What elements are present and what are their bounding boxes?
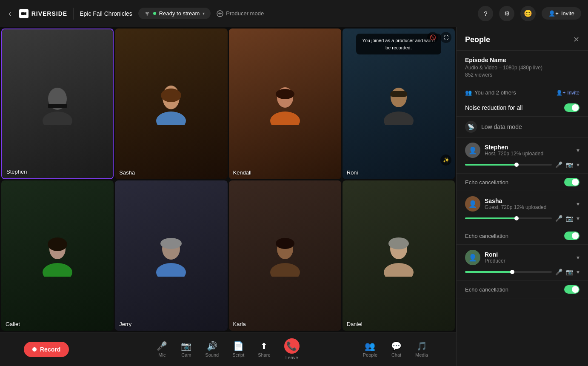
echo-row-sasha: Echo cancellation xyxy=(457,227,588,245)
panel-header: People ✕ xyxy=(457,27,588,51)
sound-button[interactable]: 🔊 Sound xyxy=(198,341,225,357)
stephen-panel-avatar: 👤 xyxy=(465,143,480,158)
invite-button[interactable]: 👤+ Invite xyxy=(542,7,581,20)
jerry-avatar xyxy=(154,234,188,277)
mic-label: Mic xyxy=(158,352,166,357)
mic-icon: 🎤 xyxy=(157,341,167,351)
media-label: Media xyxy=(415,352,428,357)
producer-mode-btn[interactable]: Producer mode xyxy=(217,10,264,17)
svg-point-22 xyxy=(160,238,182,249)
roni-mic-ctrl-icon[interactable]: 🎤 xyxy=(555,269,562,275)
video-grid: Stephen Sasha xyxy=(0,27,456,332)
back-button[interactable]: ‹ xyxy=(7,7,13,20)
logo: RIVERSIDE xyxy=(19,9,67,18)
stephen-cam-ctrl-icon[interactable]: 📷 xyxy=(566,161,573,168)
share-button[interactable]: ⬆ Share xyxy=(251,341,277,357)
roni-fx-icon[interactable]: ✨ xyxy=(440,154,451,166)
episode-name-label: Episode Name xyxy=(465,57,579,63)
logo-icon xyxy=(19,9,29,18)
sasha-cam-ctrl-icon[interactable]: 📷 xyxy=(566,215,573,222)
script-icon: 📄 xyxy=(233,341,244,351)
chat-button[interactable]: 💬 Chat xyxy=(384,341,408,357)
low-data-icon: 📡 xyxy=(465,121,477,133)
chat-label: Chat xyxy=(391,352,401,357)
svg-point-2 xyxy=(146,14,148,15)
svg-marker-1 xyxy=(25,12,26,15)
record-button[interactable]: Record xyxy=(24,342,69,357)
cam-button[interactable]: 📷 Cam xyxy=(174,341,198,357)
episode-name: Epic Fail Chronicles xyxy=(80,10,132,17)
leave-button[interactable]: 📞 Leave xyxy=(277,338,306,360)
noise-reduction-label: Noise reduction for all xyxy=(465,104,522,111)
echo-label-roni: Echo cancellation xyxy=(465,286,508,293)
sasha-expand-button[interactable]: ▾ xyxy=(577,200,579,207)
settings-button[interactable]: ⚙ xyxy=(499,6,514,21)
header-divider xyxy=(73,8,74,20)
people-tab-button[interactable]: 👥 People xyxy=(356,341,384,357)
kendall-avatar xyxy=(268,83,302,125)
roni-cam-ctrl-icon[interactable]: 📷 xyxy=(566,269,573,275)
video-area: Stephen Sasha xyxy=(0,27,456,366)
script-button[interactable]: 📄 Script xyxy=(225,341,251,357)
karla-avatar xyxy=(268,234,302,277)
svg-point-13 xyxy=(276,89,294,99)
sasha-progress-thumb xyxy=(514,216,519,220)
sound-label: Sound xyxy=(205,352,219,357)
low-data-row: 📡 Low data mode xyxy=(457,117,588,137)
emoji-button[interactable]: 😊 xyxy=(520,6,536,21)
stephen-expand-button[interactable]: ▾ xyxy=(577,147,579,154)
stream-status-pill[interactable]: Ready to stream ▾ xyxy=(138,8,211,19)
sound-icon: 🔊 xyxy=(207,341,217,351)
cam-off-icon[interactable]: 🚫 xyxy=(427,32,438,43)
panel-invite-button[interactable]: 👤+ Invite xyxy=(556,90,579,96)
media-button[interactable]: 🎵 Media xyxy=(408,341,435,357)
leave-icon: 📞 xyxy=(284,338,300,354)
svg-point-26 xyxy=(270,263,300,277)
echo-row-roni: Echo cancellation xyxy=(457,281,588,298)
fullscreen-icon[interactable]: ⛶ xyxy=(440,32,451,43)
echo-label-sasha: Echo cancellation xyxy=(465,233,508,239)
stephen-panel-name: Stephen xyxy=(485,144,572,151)
person-card-roni: 👤 Roni Producer ▾ 🎤 📷 ▾ xyxy=(457,245,588,281)
main-content: Stephen Sasha xyxy=(0,27,588,366)
sasha-more-icon[interactable]: ▾ xyxy=(577,215,579,222)
participants-row: 👥 You and 2 others 👤+ Invite xyxy=(457,84,588,99)
sasha-mic-ctrl-icon[interactable]: 🎤 xyxy=(555,215,562,222)
video-cell-jerry: Jerry xyxy=(115,180,227,331)
echo-toggle-stephen[interactable] xyxy=(564,178,579,186)
panel-close-button[interactable]: ✕ xyxy=(573,35,579,44)
svg-point-7 xyxy=(43,112,72,125)
stream-status-label: Ready to stream xyxy=(159,10,200,17)
episode-viewers: 852 viewers xyxy=(465,72,579,78)
roni-expand-button[interactable]: ▾ xyxy=(577,254,579,261)
echo-toggle-sasha[interactable] xyxy=(564,232,579,240)
echo-row-stephen: Echo cancellation xyxy=(457,174,588,191)
video-cell-sasha: Sasha xyxy=(115,29,227,179)
episode-info: Episode Name Audio & Video – 1080p (480p… xyxy=(457,51,588,84)
noise-reduction-toggle[interactable] xyxy=(564,103,579,112)
echo-toggle-roni[interactable] xyxy=(564,285,579,294)
episode-quality: Audio & Video – 1080p (480p live) xyxy=(465,65,579,71)
stephen-mic-ctrl-icon[interactable]: 🎤 xyxy=(555,161,562,168)
svg-point-29 xyxy=(384,263,414,277)
help-button[interactable]: ? xyxy=(478,6,493,21)
roni-panel-name: Roni xyxy=(485,251,572,258)
sasha-panel-avatar: 👤 xyxy=(465,196,480,212)
stephen-more-icon[interactable]: ▾ xyxy=(577,161,579,168)
roni-more-icon[interactable]: ▾ xyxy=(577,269,579,275)
leave-label: Leave xyxy=(285,355,298,360)
sasha-progress-bar xyxy=(465,217,552,219)
person-card-sasha: 👤 Sasha Guest, 720p 12% uploaded ▾ 🎤 📷 ▾ xyxy=(457,191,588,227)
people-panel: People ✕ Episode Name Audio & Video – 10… xyxy=(456,27,588,366)
low-data-label: Low data mode xyxy=(481,123,522,130)
chat-icon: 💬 xyxy=(391,341,402,351)
stephen-panel-role: Host, 720p 12% uploaded xyxy=(485,151,572,157)
kendall-label: Kendall xyxy=(233,169,251,176)
sasha-panel-info: Sasha Guest, 720p 12% uploaded xyxy=(485,197,572,210)
daniel-label: Daniel xyxy=(347,321,363,327)
video-cell-roni: You joined as a producer and won't be re… xyxy=(343,29,455,179)
roni-progress-fill xyxy=(465,271,513,273)
mic-button[interactable]: 🎤 Mic xyxy=(150,341,174,357)
svg-point-17 xyxy=(384,112,414,125)
video-cell-karla: Karla xyxy=(229,180,341,331)
